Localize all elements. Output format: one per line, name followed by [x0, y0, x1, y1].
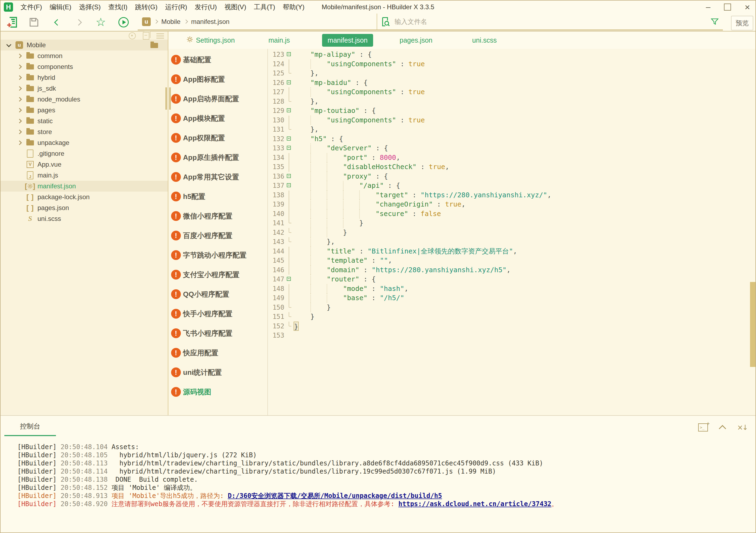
tree-item-node_modules[interactable]: node_modules [1, 94, 168, 105]
tree-item-manifest.json[interactable]: [] manifest.json [1, 181, 168, 191]
save-button[interactable] [24, 13, 43, 31]
config-item-QQ小程序配置[interactable]: ! QQ小程序配置 [168, 284, 267, 304]
fold-marker[interactable] [284, 321, 294, 331]
fold-marker[interactable] [284, 312, 294, 321]
fold-marker[interactable] [284, 293, 294, 303]
fold-marker[interactable] [284, 209, 294, 219]
tree-item-main.js[interactable]: J main.js [1, 170, 168, 181]
tree-item-unpackage[interactable]: unpackage [1, 137, 168, 148]
fold-marker[interactable] [284, 78, 294, 88]
tab-console[interactable]: 控制台 [4, 422, 56, 436]
config-item-h5配置[interactable]: ! h5配置 [168, 187, 267, 206]
fold-marker[interactable] [284, 106, 294, 115]
fold-marker[interactable] [284, 153, 294, 163]
fold-marker[interactable] [284, 275, 294, 284]
search-input[interactable] [394, 18, 710, 26]
config-item-快应用配置[interactable]: ! 快应用配置 [168, 343, 267, 363]
fold-marker[interactable] [284, 97, 294, 106]
tree-item-pages.json[interactable]: [ ] pages.json [1, 202, 168, 213]
config-item-飞书小程序配置[interactable]: ! 飞书小程序配置 [168, 323, 267, 343]
tree-item-components[interactable]: components [1, 61, 168, 72]
fold-marker[interactable] [284, 50, 294, 60]
clear-console-icon[interactable]: ×↓ [737, 423, 747, 432]
fold-marker[interactable] [284, 143, 294, 153]
tree-item-.gitignore[interactable]: .gitignore [1, 148, 168, 159]
fold-marker[interactable] [284, 115, 294, 125]
config-item-App模块配置[interactable]: ! App模块配置 [168, 109, 267, 128]
run-button[interactable] [114, 13, 133, 31]
menu-item-2[interactable]: 选择(S) [75, 3, 105, 12]
config-item-基础配置[interactable]: ! 基础配置 [168, 50, 267, 69]
fold-marker[interactable] [284, 284, 294, 293]
tree-item-App.vue[interactable]: V App.vue [1, 159, 168, 170]
config-item-App图标配置[interactable]: ! App图标配置 [168, 69, 267, 89]
tree-scrollbar-thumb[interactable] [165, 88, 167, 110]
fold-marker[interactable] [284, 228, 294, 238]
fold-marker[interactable] [284, 237, 294, 247]
tree-item-store[interactable]: store [1, 126, 168, 137]
breadcrumb-file[interactable]: manifest.json [191, 18, 230, 26]
config-item-App常用其它设置[interactable]: ! App常用其它设置 [168, 167, 267, 187]
tree-item-pages[interactable]: pages [1, 105, 168, 115]
config-item-源码视图[interactable]: ! 源码视图 [168, 382, 267, 402]
back-button[interactable] [48, 13, 67, 31]
new-file-button[interactable] [3, 13, 22, 31]
new-terminal-icon[interactable]: >_ [698, 423, 708, 432]
tree-item-hybrid[interactable]: hybrid [1, 72, 168, 83]
locate-file-icon[interactable] [129, 32, 136, 39]
config-item-快手小程序配置[interactable]: ! 快手小程序配置 [168, 304, 267, 323]
fold-marker[interactable] [284, 69, 294, 78]
code-editor[interactable]: 123 "mp-alipay" : { 124 "usingComponents… [269, 49, 755, 416]
editor-scrollbar-thumb[interactable] [750, 282, 755, 367]
fold-marker[interactable] [284, 162, 294, 172]
maximize-button[interactable] [724, 4, 731, 11]
menu-item-9[interactable]: 帮助(Y) [279, 3, 308, 12]
config-item-App启动界面配置[interactable]: ! App启动界面配置 [168, 89, 267, 109]
tab-pages.json[interactable]: pages.json [394, 34, 438, 47]
fold-marker[interactable] [284, 60, 294, 69]
config-scrollbar-thumb[interactable] [169, 88, 171, 110]
tab-uni.scss[interactable]: uni.scss [467, 34, 502, 47]
menu-item-3[interactable]: 查找(I) [105, 3, 131, 12]
fold-marker[interactable] [284, 125, 294, 134]
menu-item-0[interactable]: 文件(F) [17, 3, 46, 12]
config-item-字节跳动小程序配置[interactable]: ! 字节跳动小程序配置 [168, 245, 267, 265]
fold-marker[interactable] [284, 134, 294, 144]
tree-item-common[interactable]: common [1, 50, 168, 61]
forward-button[interactable] [69, 13, 88, 31]
collapse-all-icon[interactable] [143, 32, 149, 39]
minimize-button[interactable]: – [706, 3, 710, 11]
chevron-down-icon[interactable] [4, 44, 14, 46]
tab-main.js[interactable]: main.js [263, 34, 295, 47]
menu-item-7[interactable]: 视图(V) [221, 3, 250, 12]
console-link[interactable]: D:/360安全浏览器下载/交易所/Mobile/unpackage/dist/… [228, 492, 442, 500]
config-item-微信小程序配置[interactable]: ! 微信小程序配置 [168, 206, 267, 226]
config-item-App权限配置[interactable]: ! App权限配置 [168, 128, 267, 148]
fold-marker[interactable] [284, 331, 294, 340]
tab-Settings.json[interactable]: Settings.json [181, 34, 240, 47]
hamburger-menu-icon[interactable] [156, 33, 164, 34]
menu-item-1[interactable]: 编辑(E) [46, 3, 75, 12]
tree-item-static[interactable]: static [1, 115, 168, 126]
console-link[interactable]: https://ask.dcloud.net.cn/article/37432 [398, 500, 552, 508]
fold-marker[interactable] [284, 190, 294, 200]
collapse-panel-icon[interactable] [719, 425, 726, 432]
tab-manifest.json[interactable]: manifest.json [322, 34, 373, 47]
preview-button[interactable]: 预览 [731, 16, 753, 30]
config-item-百度小程序配置[interactable]: ! 百度小程序配置 [168, 226, 267, 245]
bookmark-button[interactable]: ☆ [91, 13, 110, 31]
menu-item-8[interactable]: 工具(T) [250, 3, 279, 12]
fold-marker[interactable] [284, 200, 294, 209]
tree-item-package-lock.json[interactable]: [ ] package-lock.json [1, 191, 168, 202]
config-item-App原生插件配置[interactable]: ! App原生插件配置 [168, 148, 267, 167]
tree-root-mobile[interactable]: u Mobile [1, 39, 168, 50]
fold-marker[interactable] [284, 266, 294, 275]
menu-item-6[interactable]: 发行(U) [191, 3, 221, 12]
tree-item-js_sdk[interactable]: js_sdk [1, 83, 168, 94]
menu-item-5[interactable]: 运行(R) [161, 3, 191, 12]
fold-marker[interactable] [284, 303, 294, 312]
fold-marker[interactable] [284, 218, 294, 228]
config-item-uni统计配置[interactable]: ! uni统计配置 [168, 363, 267, 382]
filter-icon[interactable] [710, 17, 719, 26]
tree-item-uni.scss[interactable]: S uni.scss [1, 213, 168, 224]
